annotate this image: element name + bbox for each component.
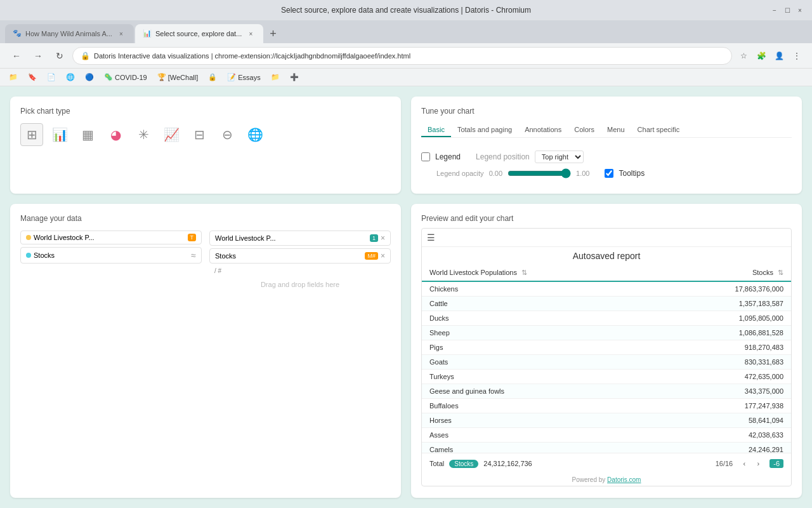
- table-row: Sheep 1,086,881,528: [422, 326, 791, 340]
- close-button[interactable]: ×: [796, 6, 804, 15]
- browser-nav-icons: ☆ 🧩 👤 ⋮: [736, 48, 804, 64]
- legend-checkbox[interactable]: [421, 152, 430, 161]
- table-footer: Total Stocks 24,312,162,736 16/16 ‹ › -6: [422, 453, 791, 474]
- count-cell: 42,038,633: [658, 428, 791, 443]
- tab-colors[interactable]: Colors: [568, 123, 601, 137]
- tooltips-checkbox[interactable]: [605, 169, 613, 178]
- tab-annotations[interactable]: Annotations: [518, 123, 568, 137]
- table-row: Horses 58,641,094: [422, 413, 791, 428]
- chart-type-icons: ⊞ 📊 ▦ ◕ ✳ 📈 ⊟ ⊖ 🌐: [20, 123, 391, 146]
- right-field-1[interactable]: World Livestock P... 1 ×: [209, 231, 391, 246]
- bookmark-2[interactable]: 📄: [43, 72, 60, 83]
- right-field-2[interactable]: Stocks M# ×: [209, 248, 391, 264]
- tab-basic[interactable]: Basic: [421, 123, 451, 137]
- extensions-icon[interactable]: 🧩: [754, 48, 769, 64]
- tab1-favicon: 🐾: [13, 29, 22, 38]
- scatter-icon[interactable]: ✳: [132, 123, 155, 146]
- bubble-icon[interactable]: ⊖: [216, 123, 239, 146]
- bookmark-wechall[interactable]: 🏆 [WeChall]: [154, 72, 202, 83]
- animal-cell: Goats: [422, 355, 658, 370]
- bookmark-lock[interactable]: 🔒: [204, 72, 221, 83]
- grid-icon[interactable]: ⊟: [188, 123, 211, 146]
- right-field1-badge: 1: [370, 234, 378, 242]
- count-cell: 24,246,291: [658, 443, 791, 453]
- table-icon[interactable]: ⊞: [20, 123, 43, 146]
- pick-chart-title: Pick chart type: [20, 107, 391, 116]
- tooltips-label: Tooltips: [619, 169, 645, 178]
- total-label: Total: [429, 460, 444, 467]
- tab2-favicon: 📊: [143, 29, 152, 38]
- globe-icon[interactable]: 🌐: [244, 123, 266, 146]
- left-field-2[interactable]: Stocks ≈: [20, 247, 202, 264]
- right-field1-label: World Livestock P...: [215, 234, 367, 242]
- bar-chart-icon[interactable]: 📊: [48, 123, 71, 146]
- profile-icon[interactable]: 👤: [771, 48, 787, 64]
- address-bar[interactable]: 🔒 Datoris Interactive data visualization…: [72, 47, 732, 65]
- legend-opacity-label: Legend opacity: [436, 170, 484, 177]
- opacity-min: 0.00: [489, 170, 502, 177]
- count-cell: 343,375,000: [658, 384, 791, 399]
- reload-button[interactable]: ↻: [51, 47, 69, 65]
- star-icon[interactable]: ☆: [736, 48, 751, 64]
- bookmark-add[interactable]: ➕: [286, 72, 303, 83]
- bookmark-1[interactable]: 🔖: [24, 72, 41, 83]
- bookmark-covid[interactable]: 🦠 COVID-19: [100, 72, 151, 83]
- table-row: Ducks 1,095,805,000: [422, 311, 791, 326]
- left-field-1[interactable]: World Livestock P... T: [20, 231, 202, 244]
- animal-cell: Pigs: [422, 340, 658, 355]
- table-row: Chickens 17,863,376,000: [422, 281, 791, 297]
- tune-chart-title: Tune your chart: [421, 107, 792, 116]
- right-field1-close-icon[interactable]: ×: [381, 234, 385, 243]
- bookmark-essays[interactable]: 📝 Essays: [223, 72, 264, 83]
- tab2-close-icon[interactable]: ×: [246, 29, 256, 39]
- field1-label: World Livestock P...: [34, 234, 185, 241]
- report-title: Autosaved report: [422, 247, 791, 265]
- datoris-link[interactable]: Datoris.com: [607, 476, 641, 483]
- minus-button[interactable]: -6: [769, 459, 783, 468]
- bookmark-folder-2[interactable]: 📁: [267, 72, 284, 83]
- table-row: Turkeys 472,635,000: [422, 370, 791, 384]
- line-chart-icon[interactable]: 📈: [160, 123, 183, 146]
- tab-1[interactable]: 🐾 How Many Wild Animals A... ×: [5, 24, 134, 43]
- bookmark-folder-1[interactable]: 📁: [5, 72, 22, 83]
- minimize-button[interactable]: −: [770, 6, 779, 15]
- col1-header[interactable]: World Livestock Populations ⇅: [422, 265, 658, 281]
- back-button[interactable]: ←: [8, 47, 25, 65]
- hamburger-icon[interactable]: ☰: [427, 232, 435, 243]
- legend-label: Legend: [435, 152, 461, 161]
- next-page-button[interactable]: ›: [752, 457, 764, 470]
- legend-position-select[interactable]: Top right: [535, 150, 584, 163]
- forward-button[interactable]: →: [29, 47, 47, 65]
- bookmark-3[interactable]: 🌐: [62, 72, 79, 83]
- table-row: Goats 830,331,683: [422, 355, 791, 370]
- tab-chart-specific[interactable]: Chart specific: [631, 123, 686, 137]
- secure-icon: 🔒: [81, 51, 90, 60]
- pie-chart-icon[interactable]: ◕: [104, 123, 127, 146]
- right-field2-close-icon[interactable]: ×: [381, 251, 385, 260]
- field1-dot: [26, 235, 31, 240]
- manage-data-title: Manage your data: [20, 214, 391, 223]
- total-badge: Stocks: [449, 460, 478, 468]
- tab-totals[interactable]: Totals and paging: [451, 123, 518, 137]
- count-cell: 918,270,483: [658, 340, 791, 355]
- menu-icon[interactable]: ⋮: [789, 48, 804, 64]
- field2-sort-icon: ≈: [191, 250, 196, 260]
- animal-cell: Ducks: [422, 311, 658, 326]
- right-field2-badge: M#: [365, 252, 378, 260]
- stacked-bar-icon[interactable]: ▦: [76, 123, 99, 146]
- prev-page-button[interactable]: ‹: [738, 457, 750, 470]
- drag-hint: Drag and drop fields here: [209, 276, 391, 293]
- tab1-close-icon[interactable]: ×: [116, 29, 126, 39]
- bookmark-4[interactable]: 🔵: [81, 72, 98, 83]
- animal-cell: Chickens: [422, 281, 658, 297]
- address-text: Datoris Interactive data visualizations …: [94, 52, 410, 60]
- opacity-slider[interactable]: [508, 168, 571, 178]
- table-row: Camels 24,246,291: [422, 443, 791, 453]
- col2-header[interactable]: Stocks ⇅: [658, 265, 791, 281]
- count-cell: 1,357,183,587: [658, 297, 791, 311]
- maximize-button[interactable]: ☐: [783, 6, 792, 15]
- tab2-label: Select source, explore dat...: [155, 30, 242, 37]
- tab-2[interactable]: 📊 Select source, explore dat... ×: [135, 24, 263, 43]
- tab-menu[interactable]: Menu: [601, 123, 631, 137]
- new-tab-button[interactable]: +: [265, 27, 282, 41]
